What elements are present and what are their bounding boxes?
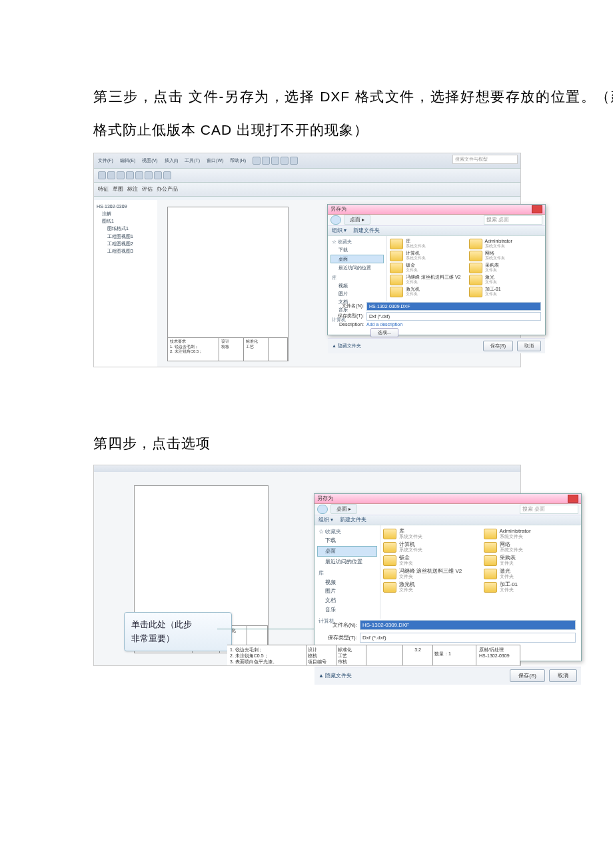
back-icon[interactable] bbox=[317, 505, 328, 514]
cancel-button[interactable]: 取消 bbox=[549, 669, 577, 682]
file-item[interactable]: Administrator系统文件夹 bbox=[484, 528, 579, 540]
file-item[interactable]: 加工-01文件夹 bbox=[469, 287, 543, 297]
menu-tools[interactable]: 工具(T) bbox=[185, 157, 200, 164]
menu-edit[interactable]: 编辑(E) bbox=[120, 157, 135, 164]
dialog-search[interactable]: 搜索 桌面 bbox=[520, 505, 578, 514]
dialog-titlebar: 另存为 bbox=[328, 205, 545, 215]
file-item[interactable]: 激光文件夹 bbox=[484, 568, 579, 580]
menu-file[interactable]: 文件(F) bbox=[98, 157, 113, 164]
organize-menu[interactable]: 组织 ▾ bbox=[318, 516, 333, 523]
file-item[interactable]: 采购表文件夹 bbox=[469, 263, 543, 273]
options-button[interactable]: 选项... bbox=[370, 328, 398, 337]
file-item[interactable]: 激光机文件夹 bbox=[383, 581, 478, 593]
sidebar-libraries[interactable]: 库 bbox=[317, 569, 377, 578]
sidebar-item-desktop[interactable]: 桌面 bbox=[317, 546, 377, 557]
file-item[interactable]: 激光机文件夹 bbox=[390, 287, 464, 297]
tree-item[interactable]: 图纸1 bbox=[97, 217, 160, 225]
tree-item[interactable]: 图纸格式1 bbox=[97, 225, 160, 232]
save-button[interactable]: 保存(S) bbox=[510, 669, 545, 682]
tab-dim[interactable]: 标注 bbox=[127, 185, 138, 193]
file-item[interactable]: 网络系统文件夹 bbox=[484, 541, 579, 553]
filename-label: 文件名(N): bbox=[332, 303, 364, 309]
folder-icon bbox=[390, 251, 403, 261]
menu-insert[interactable]: 插入(I) bbox=[165, 157, 179, 164]
tree-root[interactable]: HS-1302-0309 bbox=[97, 203, 160, 210]
filetype-select[interactable]: Dxf (*.dxf) bbox=[360, 633, 576, 643]
callout-box: 单击此处（此步 非常重要） bbox=[124, 612, 232, 652]
tree-item[interactable]: 工程图视图3 bbox=[97, 247, 160, 255]
file-item[interactable]: Administrator系统文件夹 bbox=[469, 239, 543, 249]
folder-icon bbox=[484, 555, 497, 566]
sidebar-item-pictures[interactable]: 图片 bbox=[317, 587, 377, 596]
sidebar-item-videos[interactable]: 视频 bbox=[330, 282, 384, 290]
file-item[interactable]: 钣金文件夹 bbox=[390, 263, 464, 273]
new-folder-button[interactable]: 新建文件夹 bbox=[353, 227, 380, 234]
hide-folders-toggle[interactable]: ▲ 隐藏文件夹 bbox=[332, 343, 361, 349]
sidebar-item-desktop[interactable]: 桌面 bbox=[330, 255, 384, 264]
dialog-file-pane: 库系统文件夹 Administrator系统文件夹 计算机系统文件夹 网络系统文… bbox=[387, 236, 545, 301]
new-folder-button[interactable]: 新建文件夹 bbox=[340, 516, 366, 523]
organize-menu[interactable]: 组织 ▾ bbox=[332, 227, 346, 234]
tab-feature[interactable]: 特征 bbox=[98, 185, 109, 193]
description-label: Description: bbox=[332, 322, 364, 327]
drawing-sheet: 技术要求 1. 锐边去毛刺； 2. 未注锐角C0.5； 设计 校核 标准化 工艺 bbox=[167, 207, 289, 361]
feature-tree: HS-1302-0309 注解 图纸1 图纸格式1 工程图视图1 工程图视图2 … bbox=[94, 200, 163, 367]
breadcrumb-location[interactable]: 桌面 ▸ bbox=[344, 215, 370, 225]
description-link[interactable]: Add a description bbox=[366, 322, 402, 327]
close-icon[interactable] bbox=[532, 205, 542, 213]
file-item[interactable]: 网络系统文件夹 bbox=[469, 251, 543, 261]
sidebar-item-documents[interactable]: 文档 bbox=[317, 596, 377, 605]
menu-window[interactable]: 窗口(W) bbox=[207, 157, 223, 164]
dialog-search[interactable]: 搜索 桌面 bbox=[484, 215, 542, 225]
sidebar-item-recent[interactable]: 最近访问的位置 bbox=[317, 557, 377, 567]
drawing-title-strip: 1. 锐边去毛刺； 2. 未注锐角C0.5； 3. 表面喷白色平光漆。 设计校核… bbox=[227, 645, 520, 665]
dialog-sidebar: ☆ 收藏夹 下载 桌面 最近访问的位置 库 视频 图片 文档 音乐 计算机 bbox=[328, 236, 387, 301]
file-item[interactable]: 加工-01文件夹 bbox=[484, 581, 579, 593]
cancel-button[interactable]: 取消 bbox=[517, 341, 541, 351]
file-item[interactable]: 冯继峰 滚丝机送料三维 V2文件夹 bbox=[383, 568, 478, 580]
dialog-titlebar: 另存为 bbox=[314, 494, 581, 504]
close-icon[interactable] bbox=[568, 495, 578, 503]
hide-folders-toggle[interactable]: ▲ 隐藏文件夹 bbox=[318, 672, 352, 679]
filename-label: 文件名(N): bbox=[320, 621, 357, 629]
filename-input[interactable]: HS-1302-0309.DXF bbox=[360, 620, 576, 630]
tab-eval[interactable]: 评估 bbox=[142, 185, 153, 193]
sidebar-libraries[interactable]: 库 bbox=[330, 274, 384, 282]
folder-icon bbox=[484, 542, 497, 553]
screenshot-step4: 技术要求 1. 锐边去毛刺； 2. 未注锐角C0.5； 3. 表面喷白色平光漆。… bbox=[93, 465, 521, 666]
dialog-footer: ▲ 隐藏文件夹 保存(S) 取消 bbox=[328, 338, 545, 353]
file-item[interactable]: 计算机系统文件夹 bbox=[383, 541, 478, 553]
filetype-select[interactable]: Dxf (*.dxf) bbox=[366, 312, 541, 321]
sidebar-favorites[interactable]: ☆ 收藏夹 bbox=[317, 527, 377, 537]
breadcrumb-location[interactable]: 桌面 ▸ bbox=[330, 504, 357, 514]
sidebar-favorites[interactable]: ☆ 收藏夹 bbox=[330, 238, 384, 246]
title-block: 技术要求 1. 锐边去毛刺； 2. 未注锐角C0.5； 设计 校核 标准化 工艺 bbox=[168, 337, 288, 361]
tree-item[interactable]: 注解 bbox=[97, 210, 160, 217]
tree-item[interactable]: 工程图视图1 bbox=[97, 233, 160, 240]
file-item[interactable]: 计算机系统文件夹 bbox=[390, 251, 464, 261]
file-item[interactable]: 库系统文件夹 bbox=[390, 239, 464, 249]
tab-sketch[interactable]: 草图 bbox=[113, 185, 123, 193]
tree-item[interactable]: 工程图视图2 bbox=[97, 240, 160, 247]
sidebar-item-recent[interactable]: 最近访问的位置 bbox=[330, 264, 384, 272]
search-box[interactable]: 搜索文件与模型 bbox=[452, 155, 518, 164]
sidebar-item-downloads[interactable]: 下载 bbox=[317, 536, 377, 545]
tab-office[interactable]: 办公产品 bbox=[157, 185, 178, 193]
filename-input[interactable]: HS-1302-0309.DXF bbox=[366, 302, 541, 311]
filetype-label: 保存类型(T): bbox=[332, 313, 364, 319]
file-item[interactable]: 采购表文件夹 bbox=[484, 555, 579, 567]
save-button[interactable]: 保存(S) bbox=[483, 341, 513, 351]
sidebar-item-videos[interactable]: 视频 bbox=[317, 578, 377, 587]
file-item[interactable]: 库系统文件夹 bbox=[383, 528, 478, 540]
sidebar-item-music[interactable]: 音乐 bbox=[317, 605, 377, 615]
callout-line1: 单击此处（此步 bbox=[131, 618, 225, 632]
file-item[interactable]: 激光文件夹 bbox=[469, 275, 543, 285]
sidebar-item-pictures[interactable]: 图片 bbox=[330, 290, 384, 298]
menu-view[interactable]: 视图(V) bbox=[142, 157, 157, 164]
menu-help[interactable]: 帮助(H) bbox=[230, 157, 246, 164]
file-item[interactable]: 冯继峰 滚丝机送料三维 V2文件夹 bbox=[390, 275, 464, 285]
file-item[interactable]: 钣金文件夹 bbox=[383, 555, 478, 567]
sidebar-item-downloads[interactable]: 下载 bbox=[330, 246, 384, 254]
back-icon[interactable] bbox=[330, 215, 341, 225]
folder-icon bbox=[383, 542, 396, 553]
